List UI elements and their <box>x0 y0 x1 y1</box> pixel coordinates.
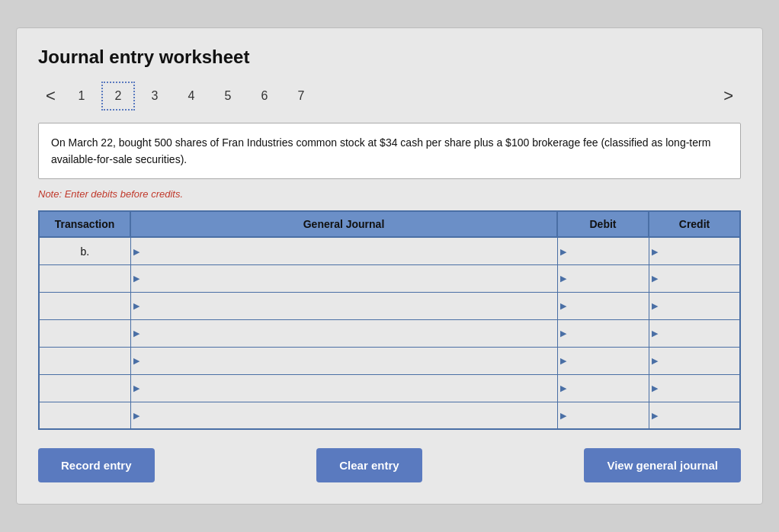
debit-cell-4[interactable] <box>557 319 649 347</box>
record-entry-button[interactable]: Record entry <box>38 448 155 482</box>
transaction-cell-1: b. <box>39 237 130 264</box>
credit-input-7[interactable] <box>652 402 737 429</box>
credit-input-2[interactable] <box>652 265 737 292</box>
journal-cell-1[interactable] <box>130 237 557 264</box>
nav-item-2[interactable]: 2 <box>101 82 135 111</box>
header-transaction: Transaction <box>39 211 130 237</box>
journal-cell-4[interactable] <box>130 319 557 347</box>
buttons-row: Record entry Clear entry View general jo… <box>38 448 741 482</box>
table-row <box>39 347 740 374</box>
credit-cell-5[interactable] <box>649 347 740 374</box>
debit-input-4[interactable] <box>561 320 646 347</box>
credit-input-1[interactable] <box>652 238 737 264</box>
debit-input-5[interactable] <box>561 348 646 374</box>
transaction-cell-6 <box>39 374 130 402</box>
credit-cell-2[interactable] <box>649 264 740 292</box>
table-row <box>39 264 740 292</box>
debit-input-7[interactable] <box>561 402 646 429</box>
journal-input-1[interactable] <box>134 238 554 264</box>
journal-cell-2[interactable] <box>130 264 557 292</box>
clear-entry-button[interactable]: Clear entry <box>316 448 422 482</box>
table-row <box>39 402 740 429</box>
credit-cell-6[interactable] <box>649 374 740 402</box>
debit-input-1[interactable] <box>561 238 646 264</box>
transaction-cell-7 <box>39 402 130 429</box>
credit-input-3[interactable] <box>652 293 737 319</box>
nav-item-6[interactable]: 6 <box>248 82 281 111</box>
nav-item-5[interactable]: 5 <box>211 82 245 111</box>
debit-cell-7[interactable] <box>557 402 649 429</box>
journal-input-7[interactable] <box>134 402 554 429</box>
debit-input-3[interactable] <box>561 293 646 319</box>
debit-input-2[interactable] <box>561 265 646 292</box>
transaction-cell-4 <box>39 319 130 347</box>
worksheet-container: Journal entry worksheet < 1 2 3 4 5 6 7 … <box>16 27 763 505</box>
credit-cell-1[interactable] <box>649 237 740 264</box>
nav-item-4[interactable]: 4 <box>175 82 208 111</box>
journal-cell-5[interactable] <box>130 347 557 374</box>
nav-item-1[interactable]: 1 <box>65 82 98 111</box>
journal-input-4[interactable] <box>134 320 554 347</box>
transaction-cell-5 <box>39 347 130 374</box>
transaction-cell-2 <box>39 264 130 292</box>
journal-table: Transaction General Journal Debit Credit… <box>38 210 741 430</box>
header-general-journal: General Journal <box>130 211 557 237</box>
navigation-row: < 1 2 3 4 5 6 7 > <box>38 82 741 111</box>
nav-item-3[interactable]: 3 <box>138 82 172 111</box>
page-title: Journal entry worksheet <box>38 46 741 68</box>
nav-next-arrow[interactable]: > <box>716 83 741 109</box>
table-row <box>39 374 740 402</box>
debit-input-6[interactable] <box>561 375 646 402</box>
debit-cell-1[interactable] <box>557 237 649 264</box>
journal-cell-6[interactable] <box>130 374 557 402</box>
journal-input-3[interactable] <box>134 293 554 319</box>
credit-cell-3[interactable] <box>649 292 740 319</box>
credit-input-5[interactable] <box>652 348 737 374</box>
credit-cell-7[interactable] <box>649 402 740 429</box>
journal-input-6[interactable] <box>134 375 554 402</box>
journal-input-2[interactable] <box>134 265 554 292</box>
table-row <box>39 292 740 319</box>
description-box: On March 22, bought 500 shares of Fran I… <box>38 123 741 180</box>
header-debit: Debit <box>557 211 649 237</box>
credit-cell-4[interactable] <box>649 319 740 347</box>
header-credit: Credit <box>649 211 740 237</box>
note-text: Note: Enter debits before credits. <box>38 188 741 200</box>
table-row <box>39 319 740 347</box>
nav-prev-arrow[interactable]: < <box>38 83 63 109</box>
nav-item-7[interactable]: 7 <box>284 82 318 111</box>
view-general-journal-button[interactable]: View general journal <box>584 448 741 482</box>
transaction-cell-3 <box>39 292 130 319</box>
credit-input-4[interactable] <box>652 320 737 347</box>
debit-cell-2[interactable] <box>557 264 649 292</box>
journal-input-5[interactable] <box>134 348 554 374</box>
table-row: b. <box>39 237 740 264</box>
debit-cell-3[interactable] <box>557 292 649 319</box>
debit-cell-5[interactable] <box>557 347 649 374</box>
debit-cell-6[interactable] <box>557 374 649 402</box>
journal-cell-7[interactable] <box>130 402 557 429</box>
credit-input-6[interactable] <box>652 375 737 402</box>
journal-cell-3[interactable] <box>130 292 557 319</box>
